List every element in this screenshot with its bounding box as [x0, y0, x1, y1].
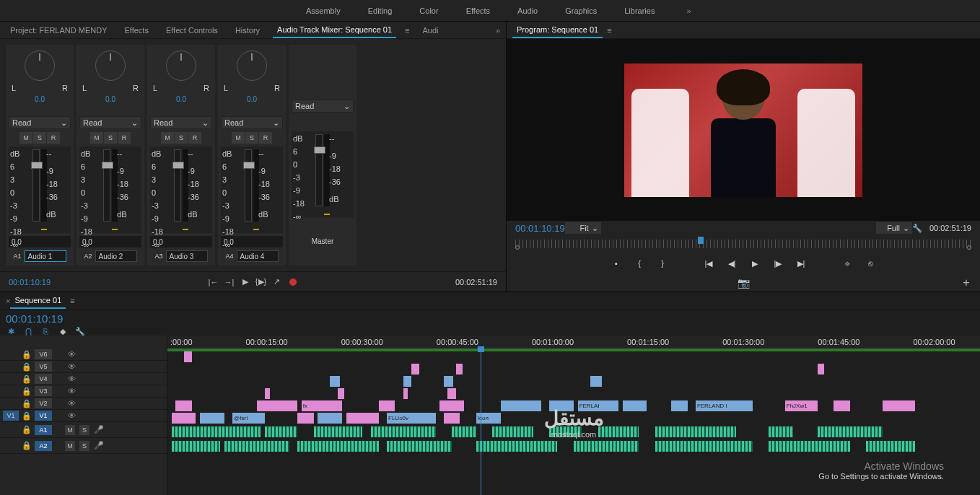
clip[interactable]	[379, 400, 395, 411]
tab-audio-mixer[interactable]: Audio Track Mixer: Sequence 01	[273, 22, 396, 38]
clip[interactable]	[444, 376, 454, 387]
marker2-icon[interactable]: ◆	[58, 326, 68, 336]
ws-effects[interactable]: Effects	[463, 4, 493, 18]
clip[interactable]	[456, 364, 463, 374]
clip[interactable]	[172, 413, 196, 424]
loop-icon[interactable]: {▶}	[256, 277, 266, 287]
play-icon[interactable]: ▶	[748, 256, 762, 271]
pan-knob[interactable]	[95, 51, 126, 81]
audio-clip[interactable]	[452, 426, 476, 437]
go-end-icon[interactable]: ▶|	[794, 256, 808, 271]
audio-clip[interactable]	[476, 441, 558, 452]
audio-clip[interactable]	[574, 441, 639, 452]
clip[interactable]	[444, 413, 460, 424]
clip[interactable]	[447, 388, 455, 399]
clip[interactable]	[346, 413, 379, 424]
clip[interactable]	[501, 400, 541, 411]
pan-knob[interactable]	[237, 51, 267, 81]
record-icon[interactable]	[288, 277, 298, 287]
step-fwd-icon[interactable]: |▶	[771, 256, 785, 271]
clip[interactable]	[175, 400, 192, 411]
clip[interactable]: FhJXw1	[785, 400, 818, 411]
pan-knob[interactable]	[166, 51, 196, 81]
clip[interactable]	[590, 376, 603, 387]
audio-clip[interactable]	[224, 441, 289, 452]
clip[interactable]: FLUo0v	[387, 413, 436, 424]
ws-color[interactable]: Color	[416, 4, 441, 18]
ws-audio[interactable]: Audio	[515, 4, 541, 18]
play-icon[interactable]: ▶	[240, 277, 250, 287]
ws-assembly[interactable]: Assembly	[303, 4, 344, 18]
automation-mode[interactable]: Read⌄	[9, 116, 71, 129]
audio-clip[interactable]	[265, 426, 297, 437]
eye-icon[interactable]: 👁	[68, 350, 76, 359]
solo-button[interactable]: S	[33, 132, 46, 144]
clip[interactable]: @ferl	[232, 413, 265, 424]
source-patch[interactable]: V1	[3, 411, 19, 421]
audio-clip[interactable]	[387, 441, 452, 452]
lock-icon[interactable]: 🔒	[22, 350, 30, 359]
clip[interactable]	[330, 376, 340, 387]
mic-icon[interactable]: 🎤	[94, 425, 104, 435]
clip[interactable]	[318, 413, 342, 424]
wrench-icon[interactable]: 🔧	[912, 223, 922, 233]
clip[interactable]	[297, 413, 314, 424]
audio-clip[interactable]	[769, 426, 793, 437]
tab-program[interactable]: Program: Sequence 01	[512, 22, 603, 38]
mic-icon[interactable]: 🎤	[94, 441, 104, 451]
step-back-icon[interactable]: ◀|	[725, 256, 739, 271]
clip[interactable]	[200, 413, 224, 424]
go-to-in-icon[interactable]: |←	[209, 277, 219, 287]
clip[interactable]	[265, 388, 270, 399]
resolution[interactable]: Full⌄	[876, 222, 912, 234]
clip[interactable]: fx	[302, 400, 342, 411]
audio-clip[interactable]	[371, 426, 436, 437]
playhead[interactable]	[481, 349, 481, 495]
timeline-tc[interactable]: 00:01:10:19	[6, 312, 85, 325]
lift-icon[interactable]: ⎆	[840, 256, 854, 271]
extract-icon[interactable]: ⎋	[863, 256, 878, 271]
out-icon[interactable]: }	[655, 256, 670, 271]
audio-clip[interactable]	[492, 426, 533, 437]
track-label[interactable]: V6	[35, 349, 52, 359]
tab-project[interactable]: Project: FERLAND MENDY	[6, 23, 111, 38]
clip[interactable]	[818, 364, 824, 374]
clip[interactable]	[883, 400, 915, 411]
tab-effects[interactable]: Effects	[120, 23, 152, 38]
mute-button[interactable]: M	[19, 132, 32, 144]
tab-history[interactable]: History	[231, 23, 264, 38]
program-ruler[interactable]	[507, 235, 980, 253]
clip[interactable]	[184, 351, 192, 362]
mute-button[interactable]: M	[65, 425, 75, 435]
magnet-icon[interactable]: ⋂	[23, 326, 33, 336]
timeline-ruler[interactable]: :00:0000:00:15:0000:00:30:0000:00:45:000…	[167, 336, 980, 349]
record-button[interactable]: R	[47, 132, 60, 144]
audio-clip[interactable]	[655, 441, 753, 452]
wrench-icon[interactable]: 🔧	[75, 326, 85, 336]
tab-sequence[interactable]: Sequence 01	[10, 293, 66, 309]
ws-graphics[interactable]: Graphics	[562, 4, 600, 18]
go-start-icon[interactable]: |◀	[701, 256, 716, 271]
tab-audi[interactable]: Audi	[419, 23, 443, 38]
automation-mode[interactable]: Read⌄	[79, 116, 141, 129]
audio-clip[interactable]	[655, 426, 737, 437]
zoom-fit[interactable]: Fit⌄	[565, 222, 601, 234]
solo-button[interactable]: S	[79, 425, 89, 435]
clip[interactable]	[411, 364, 419, 374]
ws-more-icon[interactable]: »	[686, 6, 691, 15]
clip[interactable]	[623, 400, 647, 411]
audio-clip[interactable]	[314, 426, 363, 437]
clip[interactable]	[403, 376, 411, 387]
clip[interactable]	[439, 400, 464, 411]
clip[interactable]: FERLAND I	[696, 400, 753, 411]
snap-icon[interactable]: ✱	[6, 326, 16, 336]
add-icon[interactable]: +	[961, 278, 971, 288]
program-tc[interactable]: 00:01:10:19	[515, 223, 565, 234]
camera-icon[interactable]: 📷	[738, 278, 748, 288]
audio-clip[interactable]	[598, 426, 639, 437]
share-icon[interactable]: ↗	[272, 277, 282, 287]
go-to-out-icon[interactable]: →|	[224, 277, 235, 287]
ws-editing[interactable]: Editing	[365, 4, 395, 18]
link-icon[interactable]: ⎘	[40, 326, 51, 336]
fader-meter[interactable]: dB630-3-9-18-∞ ---9-18-36dB	[9, 146, 71, 233]
